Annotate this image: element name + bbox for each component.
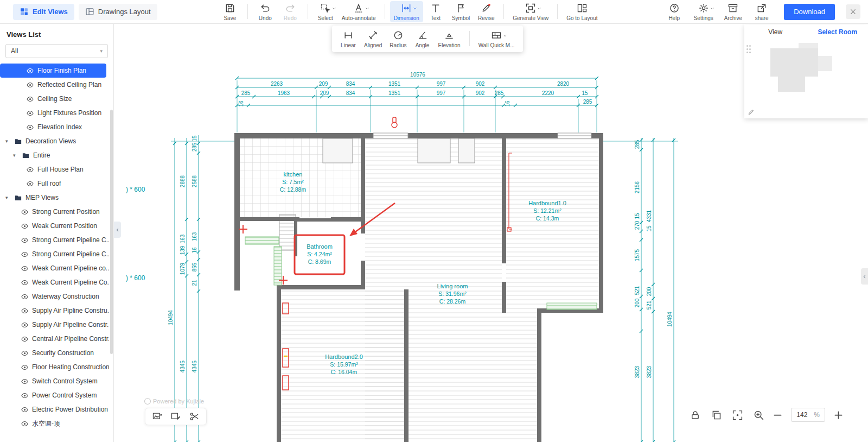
view-item-central-air-pipeline-constr[interactable]: Central Air Pipeline Constr... xyxy=(0,332,113,346)
tool-undo[interactable]: Undo xyxy=(253,1,278,22)
folder-decoration-views[interactable]: ▾Decoration Views xyxy=(0,134,113,148)
fit-screen-icon[interactable] xyxy=(732,409,743,421)
view-item-floor-heating-construction[interactable]: Floor Heating Construction xyxy=(0,360,113,374)
view-item-electric-power-distribution[interactable]: Electric Power Distribution xyxy=(0,402,113,416)
copy-view-icon[interactable] xyxy=(711,409,722,421)
sidebar-collapse-button[interactable] xyxy=(114,222,121,238)
tool-select[interactable]: Select xyxy=(313,1,338,22)
dimension-label: 2888 xyxy=(180,175,186,187)
view-eye-icon xyxy=(26,180,34,188)
annotation-arrowhead xyxy=(349,229,358,236)
zoom-level-control[interactable]: 142 % xyxy=(791,408,825,422)
tool-linear[interactable]: Linear xyxy=(336,28,360,49)
tool-go-to-layout[interactable]: Go to Layout xyxy=(563,1,601,22)
image-export-icon[interactable] xyxy=(152,411,163,422)
zoom-out-button[interactable] xyxy=(772,409,783,421)
tool-elevation[interactable]: Elevation xyxy=(435,28,464,49)
view-item-full-house-plan[interactable]: Full House Plan xyxy=(0,162,113,176)
tab-drawings-layout[interactable]: Drawings Layout xyxy=(79,4,157,20)
right-panel-expand-button[interactable] xyxy=(861,268,868,285)
zoom-level-value[interactable]: 142 xyxy=(796,411,807,419)
edit-pencil-icon[interactable] xyxy=(748,108,755,116)
dimension-label: 2263 xyxy=(271,81,283,87)
dimension-label: 2820 xyxy=(557,81,570,87)
view-item-light-fixtures-position[interactable]: Light Fixtures Position xyxy=(0,106,113,120)
tool-wall-quick-m[interactable]: Wall Quick M... xyxy=(475,28,519,49)
folder-entire[interactable]: ▾Entire xyxy=(0,148,113,162)
dimension-label: 16 xyxy=(505,100,510,107)
view-item-weak-current-position[interactable]: Weak Current Position xyxy=(0,219,113,233)
expand-caret-icon[interactable]: ▾ xyxy=(5,195,11,200)
download-button[interactable]: Download xyxy=(784,4,835,20)
tool-settings[interactable]: Settings xyxy=(690,1,717,22)
expand-caret-icon[interactable]: ▾ xyxy=(5,138,11,144)
settings-icon xyxy=(698,3,709,14)
view-item-supply-air-pipline-constru[interactable]: Supply Air Pipline Constru... xyxy=(0,304,113,318)
dimension-subtoolbar: LinearAlignedRadiusAngleElevationWall Qu… xyxy=(332,26,523,52)
view-item-weak-current-pipeline-co[interactable]: Weak Current Pipeline co... xyxy=(0,261,113,275)
tool-help[interactable]: Help xyxy=(662,1,687,22)
caret-down-icon xyxy=(331,6,337,11)
tool-save[interactable]: Save xyxy=(218,1,242,22)
view-item-水空调-顶[interactable]: 水空调-顶 xyxy=(0,416,113,431)
view-item-waterway-construction[interactable]: Waterway Construction xyxy=(0,289,113,304)
zoom-area-icon[interactable] xyxy=(753,409,764,421)
views-filter-select[interactable]: All ▾ xyxy=(5,44,108,58)
folder-mep-views[interactable]: ▾MEP Views xyxy=(0,191,113,205)
minimap-panel: View Select Room xyxy=(744,24,868,118)
view-item-weak-current-pipeline-co[interactable]: Weak Current Pipeline Co... xyxy=(0,275,113,289)
fit-screen-icon xyxy=(732,409,743,421)
tool-angle[interactable]: Angle xyxy=(411,28,435,49)
go-to-layout-icon xyxy=(577,3,588,14)
view-item-switch-control-system[interactable]: Switch Control System xyxy=(0,374,113,388)
view-item-elevation-index[interactable]: Elevation Index xyxy=(0,120,113,134)
tool-auto-annotate[interactable]: Auto-annotate xyxy=(338,1,380,22)
minimap-thumbnail[interactable] xyxy=(799,43,818,48)
view-item-strong-current-pipeline-c[interactable]: Strong Current Pipeline C... xyxy=(0,233,113,247)
sidebar-scrollbar[interactable] xyxy=(110,110,113,354)
lock-icon[interactable] xyxy=(690,409,701,421)
view-item-full-roof[interactable]: Full roof xyxy=(0,176,113,191)
image-annotate-icon[interactable] xyxy=(170,411,181,422)
view-item-reflected-ceiling-plan[interactable]: Reflected Ceiling Plan xyxy=(0,78,113,92)
view-item-supply-air-pipeline-constr[interactable]: Supply Air Pipeline Constr... xyxy=(0,318,113,332)
tile-size-label: ) * 600 xyxy=(126,274,145,282)
dimension-label: 270 xyxy=(634,220,640,230)
scissors-icon[interactable] xyxy=(189,411,200,422)
room-perimeter: C: 8.69m xyxy=(308,258,331,265)
folder-icon xyxy=(14,137,22,146)
lock-icon xyxy=(690,409,701,421)
tool-generate-view[interactable]: Generate View xyxy=(509,1,552,22)
tool-radius[interactable]: Radius xyxy=(386,28,410,49)
caret-down-icon xyxy=(331,6,337,11)
drag-handle-icon[interactable] xyxy=(746,45,752,55)
view-item-strong-current-position[interactable]: Strong Current Position xyxy=(0,205,113,219)
tool-redo[interactable]: Redo xyxy=(278,1,303,22)
minimap-thumbnail[interactable] xyxy=(770,48,818,77)
view-eye-icon xyxy=(21,335,29,343)
tool-archive[interactable]: Archive xyxy=(720,1,746,22)
view-item-security-construction[interactable]: Security Construction xyxy=(0,346,113,360)
minimap-tab-select-room[interactable]: Select Room xyxy=(807,28,868,36)
caret-down-icon xyxy=(710,6,715,11)
drawings-layout-icon xyxy=(85,7,94,16)
minimap-thumbnail[interactable] xyxy=(818,56,832,71)
close-button[interactable] xyxy=(846,4,860,19)
toolbar-divider xyxy=(308,4,308,19)
chevron-left-icon xyxy=(114,227,120,233)
tool-dimension[interactable]: Dimension xyxy=(390,1,423,22)
minimap-tab-view[interactable]: View xyxy=(744,28,807,36)
minimap-thumbnail[interactable] xyxy=(778,77,805,92)
view-item-ceiling-size[interactable]: Ceiling Size xyxy=(0,92,113,106)
view-item-floor-finish-plan[interactable]: Floor Finish Plan xyxy=(0,64,106,78)
expand-caret-icon[interactable]: ▾ xyxy=(13,153,18,158)
tool-text[interactable]: Text xyxy=(423,1,448,22)
view-item-power-control-system[interactable]: Power Control System xyxy=(0,388,113,402)
tool-revise[interactable]: Revise xyxy=(474,1,499,22)
tool-symbol[interactable]: Symbol xyxy=(448,1,474,22)
tab-edit-views[interactable]: Edit Views xyxy=(13,4,74,20)
zoom-in-button[interactable] xyxy=(833,409,844,421)
tool-aligned[interactable]: Aligned xyxy=(360,28,386,49)
view-item-strong-current-pipeline-c[interactable]: Strong Current Pipeline C... xyxy=(0,247,113,261)
tool-share[interactable]: share xyxy=(749,1,774,22)
